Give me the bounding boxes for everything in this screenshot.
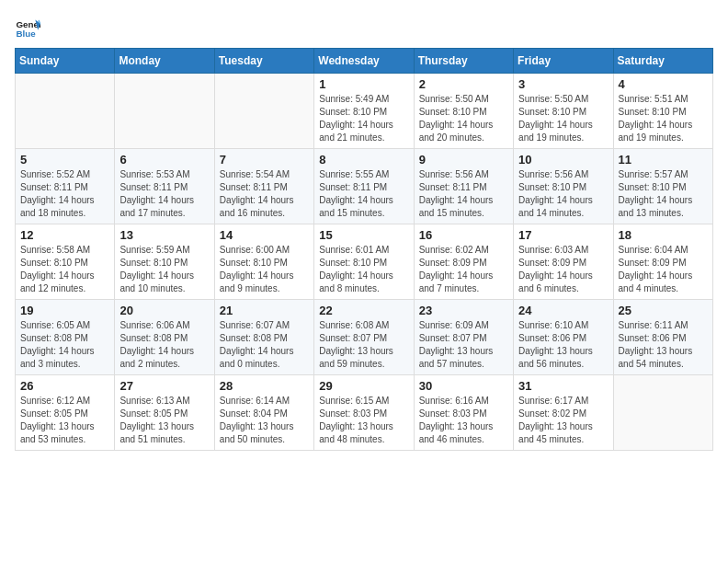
day-cell xyxy=(613,375,712,451)
day-number: 6 xyxy=(119,153,209,167)
day-info: Sunrise: 5:49 AM Sunset: 8:10 PM Dayligh… xyxy=(319,93,408,144)
day-cell: 31Sunrise: 6:17 AM Sunset: 8:02 PM Dayli… xyxy=(514,375,613,451)
day-info: Sunrise: 5:50 AM Sunset: 8:10 PM Dayligh… xyxy=(419,93,508,144)
weekday-header-row: SundayMondayTuesdayWednesdayThursdayFrid… xyxy=(16,49,713,74)
day-cell: 22Sunrise: 6:08 AM Sunset: 8:07 PM Dayli… xyxy=(314,300,414,375)
day-number: 8 xyxy=(319,153,408,167)
day-cell: 6Sunrise: 5:53 AM Sunset: 8:11 PM Daylig… xyxy=(115,149,214,224)
day-info: Sunrise: 6:07 AM Sunset: 8:08 PM Dayligh… xyxy=(220,319,309,371)
weekday-header-thursday: Thursday xyxy=(414,49,513,74)
day-cell xyxy=(214,74,313,149)
day-number: 19 xyxy=(20,304,109,317)
week-row-5: 26Sunrise: 6:12 AM Sunset: 8:05 PM Dayli… xyxy=(16,375,713,451)
weekday-header-tuesday: Tuesday xyxy=(214,49,313,74)
day-cell xyxy=(115,74,214,149)
logo: General Blue xyxy=(15,15,44,40)
day-cell: 25Sunrise: 6:11 AM Sunset: 8:06 PM Dayli… xyxy=(613,300,712,375)
day-info: Sunrise: 6:02 AM Sunset: 8:09 PM Dayligh… xyxy=(419,244,508,295)
day-number: 23 xyxy=(419,304,508,317)
day-info: Sunrise: 5:51 AM Sunset: 8:10 PM Dayligh… xyxy=(619,93,708,144)
day-cell: 18Sunrise: 6:04 AM Sunset: 8:09 PM Dayli… xyxy=(613,224,712,300)
day-cell: 17Sunrise: 6:03 AM Sunset: 8:09 PM Dayli… xyxy=(514,224,613,300)
day-info: Sunrise: 6:17 AM Sunset: 8:02 PM Dayligh… xyxy=(518,395,608,446)
weekday-header-monday: Monday xyxy=(115,49,214,74)
day-info: Sunrise: 6:11 AM Sunset: 8:06 PM Dayligh… xyxy=(619,319,708,371)
day-number: 4 xyxy=(619,77,708,91)
day-info: Sunrise: 5:56 AM Sunset: 8:11 PM Dayligh… xyxy=(419,168,508,220)
day-info: Sunrise: 5:53 AM Sunset: 8:11 PM Dayligh… xyxy=(119,168,209,220)
week-row-3: 12Sunrise: 5:58 AM Sunset: 8:10 PM Dayli… xyxy=(16,224,713,300)
day-info: Sunrise: 6:06 AM Sunset: 8:08 PM Dayligh… xyxy=(119,319,209,371)
day-number: 7 xyxy=(220,153,309,167)
day-cell: 30Sunrise: 6:16 AM Sunset: 8:03 PM Dayli… xyxy=(414,375,513,451)
weekday-header-friday: Friday xyxy=(514,49,613,74)
day-number: 10 xyxy=(518,153,608,167)
day-info: Sunrise: 6:15 AM Sunset: 8:03 PM Dayligh… xyxy=(319,395,408,446)
day-cell: 5Sunrise: 5:52 AM Sunset: 8:11 PM Daylig… xyxy=(16,149,115,224)
day-info: Sunrise: 5:52 AM Sunset: 8:11 PM Dayligh… xyxy=(20,168,109,220)
day-info: Sunrise: 6:10 AM Sunset: 8:06 PM Dayligh… xyxy=(518,319,608,371)
day-cell: 12Sunrise: 5:58 AM Sunset: 8:10 PM Dayli… xyxy=(16,224,115,300)
day-number: 27 xyxy=(119,379,209,393)
day-cell: 27Sunrise: 6:13 AM Sunset: 8:05 PM Dayli… xyxy=(115,375,214,451)
day-info: Sunrise: 5:54 AM Sunset: 8:11 PM Dayligh… xyxy=(220,168,309,220)
day-cell: 1Sunrise: 5:49 AM Sunset: 8:10 PM Daylig… xyxy=(314,74,414,149)
day-info: Sunrise: 6:03 AM Sunset: 8:09 PM Dayligh… xyxy=(518,244,608,295)
day-number: 24 xyxy=(518,304,608,317)
week-row-4: 19Sunrise: 6:05 AM Sunset: 8:08 PM Dayli… xyxy=(16,300,713,375)
day-number: 15 xyxy=(319,228,408,242)
day-number: 21 xyxy=(220,304,309,317)
day-number: 29 xyxy=(319,379,408,393)
weekday-header-saturday: Saturday xyxy=(613,49,712,74)
day-number: 20 xyxy=(119,304,209,317)
day-cell: 20Sunrise: 6:06 AM Sunset: 8:08 PM Dayli… xyxy=(115,300,214,375)
day-number: 16 xyxy=(419,228,508,242)
day-number: 28 xyxy=(220,379,309,393)
day-cell: 2Sunrise: 5:50 AM Sunset: 8:10 PM Daylig… xyxy=(414,74,513,149)
day-number: 1 xyxy=(319,77,408,91)
day-cell: 3Sunrise: 5:50 AM Sunset: 8:10 PM Daylig… xyxy=(514,74,613,149)
day-cell: 10Sunrise: 5:56 AM Sunset: 8:10 PM Dayli… xyxy=(514,149,613,224)
logo-icon: General Blue xyxy=(15,15,40,40)
week-row-1: 1Sunrise: 5:49 AM Sunset: 8:10 PM Daylig… xyxy=(16,74,713,149)
day-info: Sunrise: 6:08 AM Sunset: 8:07 PM Dayligh… xyxy=(319,319,408,371)
day-cell: 19Sunrise: 6:05 AM Sunset: 8:08 PM Dayli… xyxy=(16,300,115,375)
day-number: 26 xyxy=(20,379,109,393)
day-cell: 23Sunrise: 6:09 AM Sunset: 8:07 PM Dayli… xyxy=(414,300,513,375)
day-number: 17 xyxy=(518,228,608,242)
day-number: 31 xyxy=(518,379,608,393)
day-cell: 14Sunrise: 6:00 AM Sunset: 8:10 PM Dayli… xyxy=(214,224,313,300)
week-row-2: 5Sunrise: 5:52 AM Sunset: 8:11 PM Daylig… xyxy=(16,149,713,224)
day-cell xyxy=(16,74,115,149)
day-number: 5 xyxy=(20,153,109,167)
day-number: 12 xyxy=(20,228,109,242)
day-cell: 29Sunrise: 6:15 AM Sunset: 8:03 PM Dayli… xyxy=(314,375,414,451)
day-cell: 15Sunrise: 6:01 AM Sunset: 8:10 PM Dayli… xyxy=(314,224,414,300)
day-number: 3 xyxy=(518,77,608,91)
day-cell: 8Sunrise: 5:55 AM Sunset: 8:11 PM Daylig… xyxy=(314,149,414,224)
day-number: 13 xyxy=(119,228,209,242)
day-info: Sunrise: 6:12 AM Sunset: 8:05 PM Dayligh… xyxy=(20,395,109,446)
calendar-table: SundayMondayTuesdayWednesdayThursdayFrid… xyxy=(15,48,713,451)
day-info: Sunrise: 6:16 AM Sunset: 8:03 PM Dayligh… xyxy=(419,395,508,446)
day-number: 22 xyxy=(319,304,408,317)
day-info: Sunrise: 6:13 AM Sunset: 8:05 PM Dayligh… xyxy=(119,395,209,446)
day-info: Sunrise: 6:00 AM Sunset: 8:10 PM Dayligh… xyxy=(220,244,309,295)
day-info: Sunrise: 6:09 AM Sunset: 8:07 PM Dayligh… xyxy=(419,319,508,371)
day-cell: 7Sunrise: 5:54 AM Sunset: 8:11 PM Daylig… xyxy=(214,149,313,224)
day-cell: 28Sunrise: 6:14 AM Sunset: 8:04 PM Dayli… xyxy=(214,375,313,451)
day-cell: 13Sunrise: 5:59 AM Sunset: 8:10 PM Dayli… xyxy=(115,224,214,300)
day-number: 9 xyxy=(419,153,508,167)
day-cell: 9Sunrise: 5:56 AM Sunset: 8:11 PM Daylig… xyxy=(414,149,513,224)
day-info: Sunrise: 6:04 AM Sunset: 8:09 PM Dayligh… xyxy=(619,244,708,295)
day-info: Sunrise: 6:14 AM Sunset: 8:04 PM Dayligh… xyxy=(220,395,309,446)
weekday-header-wednesday: Wednesday xyxy=(314,49,414,74)
day-cell: 11Sunrise: 5:57 AM Sunset: 8:10 PM Dayli… xyxy=(613,149,712,224)
page-header: General Blue xyxy=(15,15,713,40)
day-info: Sunrise: 5:57 AM Sunset: 8:10 PM Dayligh… xyxy=(619,168,708,220)
day-cell: 24Sunrise: 6:10 AM Sunset: 8:06 PM Dayli… xyxy=(514,300,613,375)
day-cell: 16Sunrise: 6:02 AM Sunset: 8:09 PM Dayli… xyxy=(414,224,513,300)
day-number: 2 xyxy=(419,77,508,91)
day-number: 25 xyxy=(619,304,708,317)
day-number: 11 xyxy=(619,153,708,167)
